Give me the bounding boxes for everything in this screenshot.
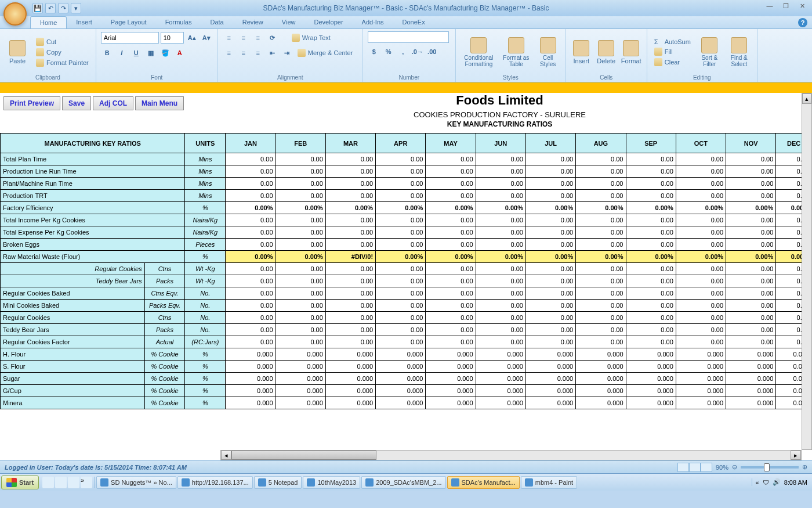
cell-value[interactable]: 0.00 — [276, 287, 325, 300]
cell-styles-button[interactable]: Cell Styles — [535, 31, 561, 73]
cell-value[interactable]: 0.000 — [726, 373, 776, 385]
cell-value[interactable]: 0.00 — [626, 239, 676, 251]
taskbar-item[interactable]: 2009_SDAc'sMBM_2... — [361, 476, 445, 489]
table-row[interactable]: Total Income Per Kg CookiesNaira/Kg0.000… — [1, 214, 812, 226]
font-color-button[interactable]: A — [173, 46, 186, 59]
cell-value[interactable]: 0.00 — [576, 300, 626, 312]
cell-value[interactable]: 0.00 — [626, 300, 676, 312]
cell-value[interactable]: 0.00 — [476, 336, 525, 348]
cell-value[interactable]: 0.000 — [576, 361, 626, 373]
table-row[interactable]: Regular CookiesCtnsWt -Kg0.000.000.000.0… — [1, 263, 812, 275]
table-row[interactable]: Regular CookiesCtnsNo.0.000.000.000.000.… — [1, 312, 812, 324]
tab-formulas[interactable]: Formulas — [156, 16, 201, 28]
cell-value[interactable]: 0.00 — [576, 239, 626, 251]
redo-icon[interactable]: ↷ — [58, 3, 68, 13]
cell-value[interactable]: 0.00 — [726, 324, 776, 336]
cell-value[interactable]: 0.00% — [426, 202, 476, 214]
ql-icon-4[interactable]: » — [81, 477, 92, 488]
cell-value[interactable]: 0.00% — [626, 251, 676, 263]
save-icon[interactable]: 💾 — [32, 3, 43, 13]
cell-value[interactable]: 0.000 — [476, 397, 525, 409]
cell-value[interactable]: 0.000 — [576, 373, 626, 385]
sort-filter-button[interactable]: Sort & Filter — [697, 31, 723, 73]
cell-value[interactable]: 0.00 — [726, 263, 776, 275]
cell-value[interactable]: 0.000 — [325, 385, 375, 397]
percent-button[interactable]: % — [382, 45, 395, 58]
currency-button[interactable]: $ — [368, 45, 380, 58]
cell-value[interactable]: 0.00 — [426, 300, 476, 312]
ql-icon-1[interactable] — [42, 477, 54, 488]
bold-button[interactable]: B — [101, 46, 114, 59]
cell-value[interactable]: 0.00 — [726, 287, 776, 300]
cell-value[interactable]: 0.00% — [226, 251, 276, 263]
cell-value[interactable]: 0.00 — [325, 239, 375, 251]
cell-value[interactable]: 0.00 — [726, 239, 776, 251]
cell-value[interactable]: 0.00 — [626, 324, 676, 336]
save-button[interactable]: Save — [62, 96, 91, 110]
conditional-formatting-button[interactable]: Conditional Formatting — [461, 31, 497, 73]
cell-value[interactable]: 0.00 — [376, 324, 426, 336]
cell-value[interactable]: 0.00 — [325, 165, 375, 178]
cell-value[interactable]: 0.000 — [676, 348, 726, 361]
cell-value[interactable]: 0.00 — [276, 300, 325, 312]
cell-value[interactable]: 0.00 — [376, 178, 426, 190]
cell-value[interactable]: 0.00 — [226, 263, 276, 275]
cell-value[interactable]: 0.00 — [676, 275, 726, 287]
taskbar-item[interactable]: SDAc's Manufact... — [447, 476, 520, 489]
cell-value[interactable]: 0.000 — [325, 397, 375, 409]
cell-value[interactable]: 0.00 — [325, 214, 375, 226]
cell-value[interactable]: 0.00 — [226, 287, 276, 300]
cell-value[interactable]: 0.00 — [726, 312, 776, 324]
cell-value[interactable]: 0.000 — [726, 361, 776, 373]
cell-value[interactable]: 0.000 — [525, 397, 575, 409]
cell-value[interactable]: 0.00 — [376, 336, 426, 348]
italic-button[interactable]: I — [115, 46, 128, 59]
table-row[interactable]: Raw Material Waste (Flour)%0.00%0.00%#DI… — [1, 251, 812, 263]
cell-value[interactable]: 0.00 — [576, 263, 626, 275]
cell-value[interactable]: 0.00 — [276, 190, 325, 202]
cell-value[interactable]: 0.00 — [576, 336, 626, 348]
cell-value[interactable]: 0.000 — [576, 348, 626, 361]
cell-value[interactable]: 0.00 — [426, 263, 476, 275]
table-row[interactable]: Total Plan TimeMins0.000.000.000.000.000… — [1, 153, 812, 165]
cell-value[interactable]: 0.00 — [226, 165, 276, 178]
cell-value[interactable]: 0.00 — [576, 312, 626, 324]
cell-value[interactable]: 0.00% — [426, 251, 476, 263]
tab-page-layout[interactable]: Page Layout — [102, 16, 156, 28]
cell-value[interactable]: 0.00 — [276, 239, 325, 251]
cell-value[interactable]: 0.00 — [525, 336, 575, 348]
cell-value[interactable]: 0.00 — [626, 287, 676, 300]
cell-value[interactable]: 0.00 — [226, 178, 276, 190]
cell-value[interactable]: 0.000 — [276, 348, 325, 361]
cell-value[interactable]: 0.00 — [376, 214, 426, 226]
cell-value[interactable]: 0.00 — [676, 300, 726, 312]
cell-value[interactable]: 0.000 — [276, 373, 325, 385]
align-left-button[interactable]: ≡ — [223, 46, 235, 59]
cell-value[interactable]: 0.00% — [626, 202, 676, 214]
cell-value[interactable]: 0.000 — [525, 361, 575, 373]
cell-value[interactable]: 0.00 — [226, 312, 276, 324]
cut-button[interactable]: Cut — [34, 37, 91, 46]
table-row[interactable]: Factory Efficiency%0.00%0.00%0.00%0.00%0… — [1, 202, 812, 214]
cell-value[interactable]: 0.00 — [276, 275, 325, 287]
table-row[interactable]: Teddy Bear JarsPacksWt -Kg0.000.000.000.… — [1, 275, 812, 287]
restore-button[interactable]: ❐ — [778, 1, 793, 10]
cell-value[interactable]: 0.00 — [426, 324, 476, 336]
cell-value[interactable]: 0.000 — [525, 385, 575, 397]
tab-developer[interactable]: Developer — [304, 16, 352, 28]
cell-value[interactable]: 0.00% — [476, 202, 525, 214]
cell-value[interactable]: 0.000 — [276, 397, 325, 409]
table-row[interactable]: H. Flour% Cookie%0.0000.0000.0000.0000.0… — [1, 348, 812, 361]
cell-value[interactable]: 0.00 — [426, 226, 476, 239]
office-button[interactable] — [3, 2, 27, 26]
paste-button[interactable]: Paste — [5, 31, 30, 73]
cell-value[interactable]: 0.00 — [226, 153, 276, 165]
cell-value[interactable]: 0.00 — [426, 239, 476, 251]
cell-value[interactable]: 0.00 — [376, 275, 426, 287]
cell-value[interactable]: 0.00 — [676, 287, 726, 300]
cell-value[interactable]: 0.000 — [476, 385, 525, 397]
cell-value[interactable]: 0.00 — [426, 336, 476, 348]
tab-data[interactable]: Data — [201, 16, 233, 28]
cell-value[interactable]: 0.00 — [476, 300, 525, 312]
main-menu-button[interactable]: Main Menu — [135, 96, 184, 110]
